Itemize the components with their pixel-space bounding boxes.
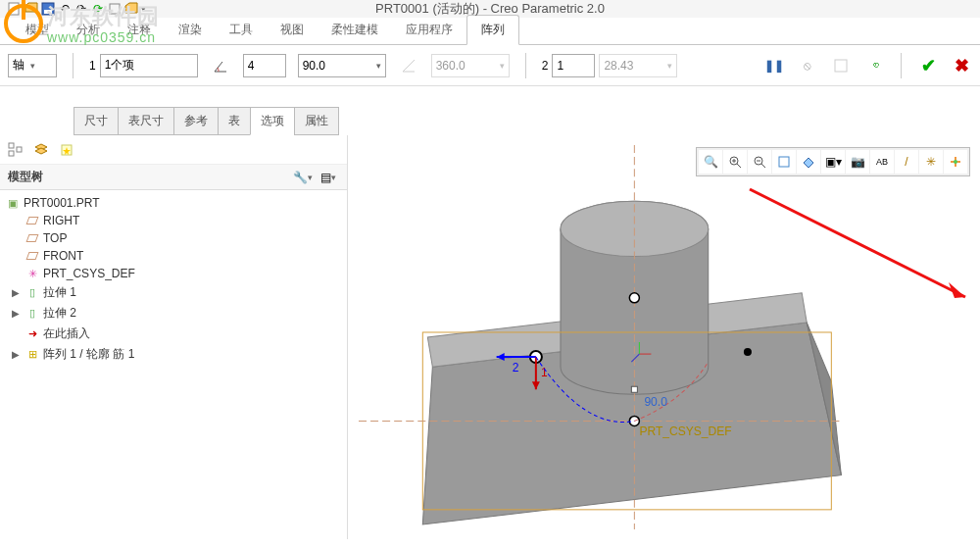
tab-apps[interactable]: 应用程序 [392,16,466,44]
tree-insert-here[interactable]: ➜ 在此插入 [2,324,345,344]
count1-prefix: 1 [89,59,96,73]
sub-tabs: 尺寸 表尺寸 参考 表 选项 属性 [0,106,980,135]
preview-icon [830,55,852,76]
plane-icon [25,214,39,227]
pattern-type-select[interactable]: 轴 ▾ [8,54,57,77]
subtab-props[interactable]: 属性 [294,107,339,135]
svg-rect-0 [9,3,19,15]
ribbon-tabs: 模型 分析 注释 渲染 工具 视图 柔性建模 应用程序 阵列 [0,18,980,45]
folder-dropdown-icon[interactable] [124,2,138,16]
spacing2-input: 28.43 ▾ [599,54,677,77]
svg-rect-5 [9,143,14,148]
tree-plane-top[interactable]: TOP [2,229,345,247]
new-icon[interactable] [8,2,22,16]
count1-input[interactable] [243,54,286,77]
tree-settings-icon[interactable]: 🔧▾ [292,167,314,188]
extent-angle-icon [398,55,419,76]
svg-rect-6 [9,151,14,156]
tree-root[interactable]: ▣ PRT0001.PRT [2,194,345,212]
undo-icon[interactable]: ↶ [58,2,72,16]
csys-label: PRT_CSYS_DEF [639,424,731,438]
ok-button[interactable]: ✔ [917,55,939,76]
extent-angle-input: 360.0 ▾ [431,54,510,77]
part-icon: ▣ [6,196,20,210]
chevron-down-icon: ▾ [30,61,35,71]
redo-icon[interactable]: ↷ [74,2,88,16]
no-preview-icon: ⦸ [797,55,818,76]
subtab-tabledims[interactable]: 表尺寸 [118,107,174,135]
pause-icon[interactable]: ❚❚ [763,55,785,76]
svg-rect-37 [631,386,637,392]
layers-icon[interactable] [29,138,53,162]
tree-csys[interactable]: ✳ PRT_CSYS_DEF [2,265,345,282]
separator [901,53,902,78]
verify-icon[interactable]: စ [863,55,885,76]
expand-icon[interactable]: ▶ [12,287,22,298]
cancel-button[interactable]: ✖ [951,55,972,76]
tab-tools[interactable]: 工具 [216,16,267,44]
tree-extrude2[interactable]: ▶ ▯ 拉伸 2 [2,303,345,324]
save-icon[interactable] [41,2,55,16]
chevron-down-icon: ▾ [500,61,505,71]
subtab-dims[interactable]: 尺寸 [74,107,119,135]
tree-show-icon[interactable]: ▤▾ [318,167,339,188]
chevron-down-icon: ▾ [376,61,381,71]
direction1-collector[interactable]: 1个项 [100,54,198,77]
expand-icon[interactable]: ▶ [12,349,22,360]
count2-input[interactable] [552,54,595,77]
expand-icon[interactable]: ▶ [12,308,22,319]
separator [73,53,74,78]
tab-annotate[interactable]: 注释 [114,16,165,44]
dim2-prefix: 2 [542,59,549,73]
tree-extrude1[interactable]: ▶ ▯ 拉伸 1 [2,282,345,303]
plane-icon [25,231,39,245]
insert-arrow-icon: ➜ [25,327,39,341]
extrude-icon: ▯ [25,286,39,300]
tree-plane-front[interactable]: FRONT [2,247,345,265]
subtab-options[interactable]: 选项 [250,107,295,135]
open-icon[interactable] [24,2,38,16]
annotation-arrow [745,184,980,351]
svg-point-26 [629,293,639,303]
svg-rect-3 [110,4,120,14]
viewport[interactable]: 🔍 ▣▾ 📷 AB / ✳ [348,135,980,539]
dim-value: 90.0 [644,395,667,409]
tab-model[interactable]: 模型 [12,16,63,44]
dir2-label: 2 [513,361,519,374]
model-tree: ▣ PRT0001.PRT RIGHT TOP FRONT ✳ PRT_CSYS… [0,190,347,369]
pattern-icon: ⊞ [25,348,39,362]
pattern-type-label: 轴 [13,57,24,74]
tab-pattern[interactable]: 阵列 [466,15,519,45]
qat-dropdown-icon[interactable]: ▾ [141,4,146,14]
direction1-label: 1个项 [105,57,135,74]
tree-layout-icon[interactable] [4,138,27,162]
model-tree-panel: 模型树 🔧▾ ▤▾ ▣ PRT0001.PRT RIGHT TOP FRONT [0,135,348,539]
tab-view[interactable]: 视图 [267,16,318,44]
svg-line-38 [750,189,965,297]
window-title: PRT0001 (活动的) - Creo Parametric 2.0 [375,0,605,18]
svg-rect-2 [44,10,52,14]
dir1-label: 1 [541,366,548,379]
tree-pattern[interactable]: ▶ ⊞ 阵列 1 / 轮廓 筋 1 [2,344,345,365]
tab-flex[interactable]: 柔性建模 [318,16,392,44]
regenerate-icon[interactable]: ⟳ [91,2,105,16]
svg-rect-7 [17,147,22,152]
csys-icon: ✳ [25,267,39,280]
extrude-icon: ▯ [25,307,39,321]
angle-icon[interactable] [210,55,231,76]
tab-analysis[interactable]: 分析 [63,16,114,44]
separator [525,53,526,78]
svg-rect-4 [835,60,847,72]
angle1-input[interactable]: 90.0 ▾ [298,54,386,77]
subtab-table[interactable]: 表 [218,107,251,135]
subtab-refs[interactable]: 参考 [173,107,219,135]
tree-plane-right[interactable]: RIGHT [2,212,345,229]
chevron-down-icon: ▾ [667,61,672,71]
tab-render[interactable]: 渲染 [165,16,216,44]
window-icon[interactable] [108,2,122,16]
tree-title: 模型树 [8,169,43,185]
plane-icon [25,249,39,263]
favorites-icon[interactable] [55,138,78,162]
options-bar: 轴 ▾ 1 1个项 90.0 ▾ 360.0 ▾ 2 28.43 ▾ ❚❚ ⦸ … [0,45,980,86]
